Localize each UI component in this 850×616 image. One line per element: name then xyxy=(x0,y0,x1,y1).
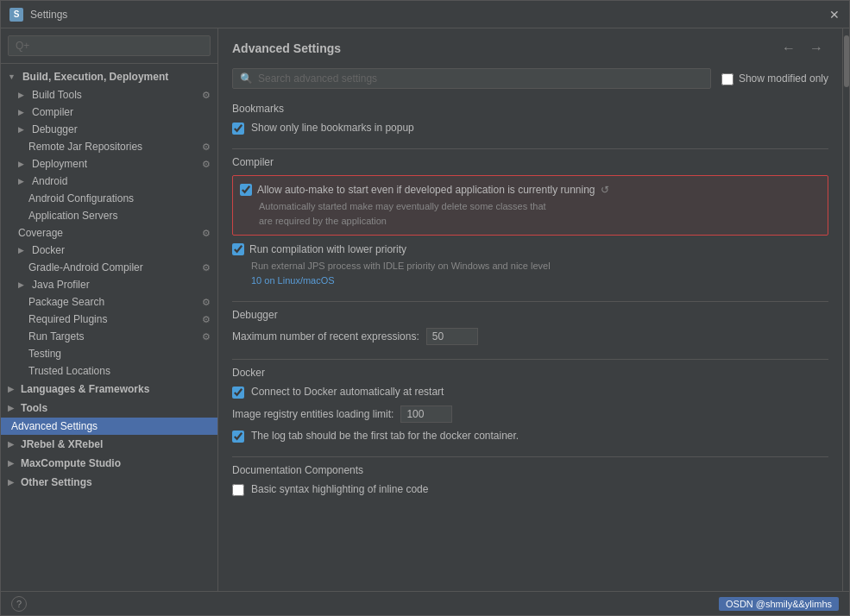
sidebar-item-deployment[interactable]: ▶ Deployment ⚙ xyxy=(1,155,217,173)
sidebar-item-debugger[interactable]: ▶ Debugger xyxy=(1,121,217,138)
expand-icon: ▶ xyxy=(18,91,28,99)
input-image-registry-limit[interactable] xyxy=(400,405,452,423)
nav-buttons: ← → xyxy=(777,39,828,58)
settings-icon: ⚙ xyxy=(202,314,211,325)
divider-1 xyxy=(232,148,828,149)
setting-image-registry-limit: Image registry entities loading limit: xyxy=(232,405,828,423)
label-run-compilation-lower-priority: Run compilation with lower priority xyxy=(249,243,406,255)
sidebar-item-languages-frameworks[interactable]: ▶ Languages & Frameworks xyxy=(1,380,217,399)
expand-arrow: ▼ xyxy=(8,72,16,81)
sidebar-search-input[interactable] xyxy=(8,35,211,56)
sidebar-item-remote-jar-repositories[interactable]: Remote Jar Repositories ⚙ xyxy=(1,138,217,155)
sidebar-item-required-plugins[interactable]: Required Plugins ⚙ xyxy=(1,311,217,328)
sidebar-item-testing[interactable]: Testing xyxy=(1,345,217,362)
checkbox-allow-auto-make[interactable] xyxy=(240,184,252,196)
scrollbar-track xyxy=(842,28,849,591)
sidebar-item-java-profiler[interactable]: ▶ Java Profiler xyxy=(1,276,217,293)
back-button[interactable]: ← xyxy=(777,39,801,58)
sidebar-item-android[interactable]: ▶ Android xyxy=(1,173,217,190)
settings-icon: ⚙ xyxy=(202,90,211,101)
sidebar-item-build-tools[interactable]: ▶ Build Tools ⚙ xyxy=(1,86,217,104)
sidebar-item-maxcompute-studio[interactable]: ▶ MaxCompute Studio xyxy=(1,454,217,473)
label-show-line-bookmarks: Show only line bookmarks in popup xyxy=(251,122,414,134)
sidebar-item-other-settings[interactable]: ▶ Other Settings xyxy=(1,473,217,492)
label-image-registry-limit: Image registry entities loading limit: xyxy=(232,408,394,420)
label-max-recent-expressions: Maximum number of recent expressions: xyxy=(232,330,419,343)
search-icon: 🔍 xyxy=(240,72,253,85)
sidebar-item-trusted-locations[interactable]: Trusted Locations xyxy=(1,362,217,380)
settings-icon: ⚙ xyxy=(202,331,211,343)
section-title-debugger: Debugger xyxy=(232,309,828,321)
checkbox-log-tab-first[interactable] xyxy=(232,431,244,443)
content-area: Advanced Settings ← → 🔍 Show modified on… xyxy=(218,28,842,591)
section-docker: Docker Connect to Docker automatically a… xyxy=(232,367,828,443)
settings-window: S Settings ✕ ▼ Build, Execution, Deploym… xyxy=(0,0,850,616)
setting-label-row-auto-make: Allow auto-make to start even if develop… xyxy=(240,183,609,196)
forward-button[interactable]: → xyxy=(804,39,828,58)
checkbox-show-line-bookmarks[interactable] xyxy=(232,123,244,135)
setting-log-tab-first: The log tab should be the first tab for … xyxy=(232,430,828,443)
section-bookmarks: Bookmarks Show only line bookmarks in po… xyxy=(232,103,828,135)
sidebar-item-coverage[interactable]: Coverage ⚙ xyxy=(1,224,217,242)
settings-icon: ⚙ xyxy=(202,228,211,239)
group-label: Languages & Frameworks xyxy=(21,383,149,395)
sidebar-item-compiler[interactable]: ▶ Compiler xyxy=(1,104,217,121)
main-layout: ▼ Build, Execution, Deployment ▶ Build T… xyxy=(1,28,849,591)
expand-arrow: ▶ xyxy=(8,440,14,449)
show-modified-checkbox[interactable] xyxy=(721,73,734,85)
sidebar-item-package-search[interactable]: Package Search ⚙ xyxy=(1,293,217,311)
setting-connect-docker-restart: Connect to Docker automatically at resta… xyxy=(232,386,828,399)
expand-arrow: ▶ xyxy=(8,459,14,468)
expand-icon: ▶ xyxy=(18,108,28,116)
divider-3 xyxy=(232,359,828,360)
group-label: Tools xyxy=(21,402,47,414)
reset-icon-auto-make[interactable]: ↺ xyxy=(601,184,609,196)
search-input[interactable] xyxy=(258,72,703,85)
description-allow-auto-make: Automatically started make may eventuall… xyxy=(240,199,609,228)
content-header: Advanced Settings ← → xyxy=(218,28,842,65)
content-title: Advanced Settings xyxy=(232,41,341,55)
section-title-docker: Docker xyxy=(232,367,828,379)
label-connect-docker-restart: Connect to Docker automatically at resta… xyxy=(251,386,444,398)
expand-arrow: ▶ xyxy=(8,478,14,487)
window-title: Settings xyxy=(30,9,828,21)
show-modified-row: Show modified only xyxy=(721,72,828,85)
sidebar-item-run-targets[interactable]: Run Targets ⚙ xyxy=(1,328,217,345)
input-max-recent-expressions[interactable] xyxy=(426,328,478,345)
sidebar-search-container xyxy=(1,28,217,64)
section-title-bookmarks: Bookmarks xyxy=(232,103,828,115)
sidebar-item-gradle-android-compiler[interactable]: Gradle-Android Compiler ⚙ xyxy=(1,259,217,276)
divider-2 xyxy=(232,301,828,302)
settings-icon: ⚙ xyxy=(202,159,211,170)
close-button[interactable]: ✕ xyxy=(828,9,841,21)
content-body: Bookmarks Show only line bookmarks in po… xyxy=(218,96,842,591)
label-allow-auto-make: Allow auto-make to start even if develop… xyxy=(257,184,595,196)
sidebar-item-jrebel-xrebel[interactable]: ▶ JRebel & XRebel xyxy=(1,435,217,454)
setting-label-row-compilation: Run compilation with lower priority xyxy=(232,242,551,255)
setting-allow-auto-make: Allow auto-make to start even if develop… xyxy=(232,175,828,236)
checkbox-basic-syntax-highlighting[interactable] xyxy=(232,484,244,496)
section-title-compiler: Compiler xyxy=(232,156,828,168)
window-controls: ✕ xyxy=(828,9,841,21)
section-documentation-components: Documentation Components Basic syntax hi… xyxy=(232,464,828,496)
sidebar-item-application-servers[interactable]: Application Servers xyxy=(1,207,217,224)
scrollbar-thumb[interactable] xyxy=(844,35,849,87)
checkbox-connect-docker-restart[interactable] xyxy=(232,387,244,399)
sidebar-item-advanced-settings[interactable]: Advanced Settings xyxy=(1,418,217,435)
sidebar-tree: ▼ Build, Execution, Deployment ▶ Build T… xyxy=(1,64,217,591)
checkbox-run-compilation-lower-priority[interactable] xyxy=(232,243,244,255)
expand-icon: ▶ xyxy=(18,177,28,185)
section-debugger: Debugger Maximum number of recent expres… xyxy=(232,309,828,345)
sidebar-item-build-execution-deployment[interactable]: ▼ Build, Execution, Deployment xyxy=(1,67,217,86)
app-icon: S xyxy=(9,8,23,22)
sidebar-item-tools[interactable]: ▶ Tools xyxy=(1,399,217,418)
sidebar-item-android-configurations[interactable]: Android Configurations xyxy=(1,190,217,207)
settings-icon: ⚙ xyxy=(202,297,211,308)
label-basic-syntax-highlighting: Basic syntax highlighting of inline code xyxy=(251,483,428,495)
section-title-documentation-components: Documentation Components xyxy=(232,464,828,476)
expand-arrow: ▶ xyxy=(8,404,14,412)
sidebar-item-docker[interactable]: ▶ Docker xyxy=(1,242,217,259)
help-button[interactable]: ? xyxy=(11,596,27,612)
setting-run-compilation-lower-priority: Run compilation with lower priority Run … xyxy=(232,242,828,287)
setting-inner-compilation: Run compilation with lower priority Run … xyxy=(232,242,551,287)
